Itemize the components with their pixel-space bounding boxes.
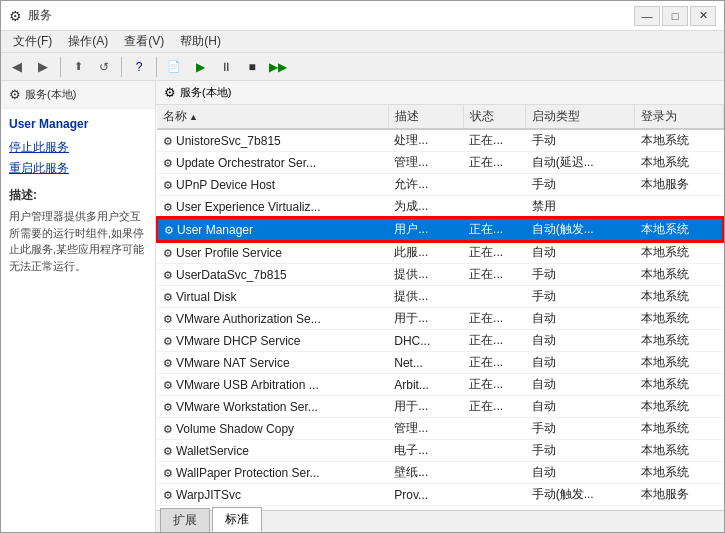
col-desc[interactable]: 描述 [388, 105, 463, 129]
table-row[interactable]: ⚙Volume Shadow Copy管理...手动本地系统 [157, 418, 723, 440]
services-table: 名称▲ 描述 状态 启动类型 登录为 ⚙UnistoreSvc_7b815处理.… [156, 105, 724, 510]
cell-4: 本地系统 [635, 418, 723, 440]
cell-2: 正在... [463, 374, 526, 396]
service-icon: ⚙ [163, 201, 173, 213]
service-icon: ⚙ [163, 445, 173, 457]
cell-1: 用户... [388, 218, 463, 241]
export-button[interactable]: 📄 [162, 56, 186, 78]
cell-2 [463, 174, 526, 196]
cell-3: 手动 [526, 440, 635, 462]
menu-view[interactable]: 查看(V) [116, 31, 172, 52]
back-button[interactable]: ◀ [5, 56, 29, 78]
table-row[interactable]: ⚙WalletService电子...手动本地系统 [157, 440, 723, 462]
menu-help[interactable]: 帮助(H) [172, 31, 229, 52]
cell-0: ⚙WarpJITSvc [157, 484, 388, 506]
col-logon[interactable]: 登录为 [635, 105, 723, 129]
cell-1: 提供... [388, 264, 463, 286]
cell-2: 正在... [463, 129, 526, 152]
close-button[interactable]: ✕ [690, 6, 716, 26]
service-name: UnistoreSvc_7b815 [176, 134, 281, 148]
cell-1: 用于... [388, 396, 463, 418]
cell-1: DHC... [388, 330, 463, 352]
table-row[interactable]: ⚙User Profile Service此服...正在...自动本地系统 [157, 241, 723, 264]
cell-1: 管理... [388, 418, 463, 440]
cell-2 [463, 462, 526, 484]
sidebar-desc-title: 描述: [9, 187, 147, 204]
service-name: User Manager [177, 223, 253, 237]
table-row[interactable]: ⚙Virtual Disk提供...手动本地系统 [157, 286, 723, 308]
cell-3: 自动 [526, 396, 635, 418]
table-row[interactable]: ⚙WarpJITSvcProv...手动(触发...本地服务 [157, 484, 723, 506]
play-button[interactable]: ▶ [188, 56, 212, 78]
tab-expand[interactable]: 扩展 [160, 508, 210, 532]
cell-3: 自动 [526, 374, 635, 396]
help-button[interactable]: ? [127, 56, 151, 78]
cell-4: 本地系统 [635, 440, 723, 462]
table-row[interactable]: ⚙VMware USB Arbitration ...Arbit...正在...… [157, 374, 723, 396]
up-button[interactable]: ⬆ [66, 56, 90, 78]
table-row[interactable]: ⚙UnistoreSvc_7b815处理...正在...手动本地系统 [157, 129, 723, 152]
menu-action[interactable]: 操作(A) [60, 31, 116, 52]
window-title: 服务 [28, 7, 52, 24]
tab-standard[interactable]: 标准 [212, 507, 262, 532]
cell-2: 正在... [463, 152, 526, 174]
service-name: VMware DHCP Service [176, 334, 300, 348]
table-row[interactable]: ⚙VMware Workstation Ser...用于...正在...自动本地… [157, 396, 723, 418]
service-icon: ⚙ [163, 179, 173, 191]
cell-3: 手动 [526, 418, 635, 440]
table-row[interactable]: ⚙VMware DHCP ServiceDHC...正在...自动本地系统 [157, 330, 723, 352]
service-name: Virtual Disk [176, 290, 236, 304]
sidebar-service-title: User Manager [9, 117, 147, 131]
cell-1: 此服... [388, 241, 463, 264]
table-row[interactable]: ⚙WallPaper Protection Ser...壁纸...自动本地系统 [157, 462, 723, 484]
cell-4 [635, 196, 723, 219]
col-name[interactable]: 名称▲ [157, 105, 388, 129]
cell-3: 自动(延迟... [526, 152, 635, 174]
cell-4: 本地系统 [635, 308, 723, 330]
table-row[interactable]: ⚙User Experience Virtualiz...为成...禁用 [157, 196, 723, 219]
cell-0: ⚙UPnP Device Host [157, 174, 388, 196]
cell-4: 本地系统 [635, 396, 723, 418]
cell-4: 本地服务 [635, 174, 723, 196]
cell-2 [463, 418, 526, 440]
main-header-icon: ⚙ [164, 85, 176, 100]
services-table-container[interactable]: 名称▲ 描述 状态 启动类型 登录为 ⚙UnistoreSvc_7b815处理.… [156, 105, 724, 510]
menu-file[interactable]: 文件(F) [5, 31, 60, 52]
cell-0: ⚙Virtual Disk [157, 286, 388, 308]
cell-3: 手动 [526, 286, 635, 308]
service-icon: ⚙ [163, 313, 173, 325]
stop-button[interactable]: ■ [240, 56, 264, 78]
table-row[interactable]: ⚙VMware NAT ServiceNet...正在...自动本地系统 [157, 352, 723, 374]
maximize-button[interactable]: □ [662, 6, 688, 26]
cell-1: 管理... [388, 152, 463, 174]
stop-service-link[interactable]: 停止此服务 [9, 139, 147, 156]
col-status[interactable]: 状态 [463, 105, 526, 129]
restart-service-link[interactable]: 重启此服务 [9, 160, 147, 177]
table-row[interactable]: ⚙UPnP Device Host允许...手动本地服务 [157, 174, 723, 196]
separator-2 [121, 57, 122, 77]
col-startup[interactable]: 启动类型 [526, 105, 635, 129]
main-header: ⚙ 服务(本地) [156, 81, 724, 105]
service-name: VMware USB Arbitration ... [176, 378, 319, 392]
service-name: WalletService [176, 444, 249, 458]
cell-0: ⚙Volume Shadow Copy [157, 418, 388, 440]
service-name: User Profile Service [176, 246, 282, 260]
cell-4: 本地系统 [635, 374, 723, 396]
table-row[interactable]: ⚙User Manager用户...正在...自动(触发...本地系统 [157, 218, 723, 241]
service-icon: ⚙ [163, 269, 173, 281]
cell-4: 本地服务 [635, 484, 723, 506]
forward-button[interactable]: ▶ [31, 56, 55, 78]
cell-2: 正在... [463, 396, 526, 418]
service-name: VMware Workstation Ser... [176, 400, 318, 414]
app-icon: ⚙ [9, 8, 22, 24]
pause-button[interactable]: ⏸ [214, 56, 238, 78]
table-row[interactable]: ⚙Update Orchestrator Ser...管理...正在...自动(… [157, 152, 723, 174]
refresh-button[interactable]: ↺ [92, 56, 116, 78]
minimize-button[interactable]: — [634, 6, 660, 26]
title-bar: ⚙ 服务 — □ ✕ [1, 1, 724, 31]
cell-4: 本地系统 [635, 352, 723, 374]
table-row[interactable]: ⚙UserDataSvc_7b815提供...正在...手动本地系统 [157, 264, 723, 286]
table-row[interactable]: ⚙VMware Authorization Se...用于...正在...自动本… [157, 308, 723, 330]
restart-button[interactable]: ▶▶ [266, 56, 290, 78]
cell-2 [463, 286, 526, 308]
